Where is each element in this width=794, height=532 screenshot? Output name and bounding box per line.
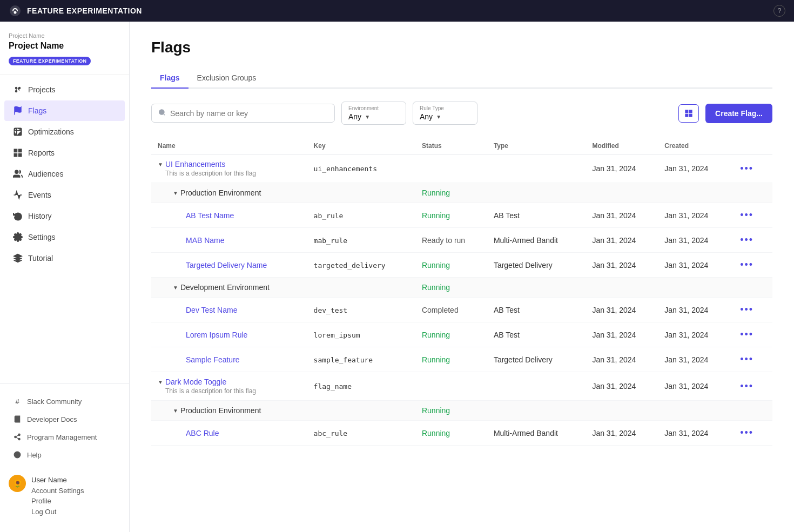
sidebar-item-events[interactable]: Events <box>4 185 125 205</box>
col-type: Type <box>487 138 586 154</box>
sidebar-item-audiences-label: Audiences <box>28 170 63 178</box>
sidebar-item-tutorial[interactable]: Tutorial <box>4 248 125 268</box>
rule-name-link[interactable]: Lorem Ipsum Rule <box>186 331 247 339</box>
svg-rect-25 <box>685 114 688 117</box>
rule-status: Completed <box>422 306 459 314</box>
svg-line-17 <box>16 437 18 439</box>
rule-name-link[interactable]: AB Test Name <box>186 211 234 220</box>
flag-name-link[interactable]: Dark Mode Toggle <box>165 378 226 386</box>
rule-name-link[interactable]: Dev Test Name <box>186 306 237 314</box>
flag-menu-button[interactable]: ••• <box>737 162 757 176</box>
rule-key: lorem_ipsum <box>314 331 360 339</box>
rule-type: Targeted Delivery <box>487 253 586 278</box>
toolbar: Environment Any ▼ Rule Type Any ▼ <box>151 102 772 125</box>
rule-type: AB Test <box>487 298 586 322</box>
tab-exclusion-groups[interactable]: Exclusion Groups <box>189 69 265 89</box>
col-status: Status <box>415 138 487 154</box>
rule-type-chevron-icon: ▼ <box>436 114 441 120</box>
rule-menu-button[interactable]: ••• <box>737 303 757 316</box>
rule-key: dev_test <box>314 306 348 314</box>
sidebar-item-history-label: History <box>28 212 52 220</box>
sidebar-divider <box>0 383 129 383</box>
rule-menu-button[interactable]: ••• <box>737 233 757 247</box>
create-flag-button[interactable]: Create Flag... <box>705 104 772 123</box>
sidebar-user: 🌻 User Name Account Settings Profile Log… <box>0 468 129 523</box>
rule-name-link[interactable]: Sample Feature <box>186 355 240 364</box>
flag-key: flag_name <box>314 382 352 390</box>
flag-name-link[interactable]: UI Enhancements <box>165 160 225 169</box>
help-icon[interactable]: ? <box>773 5 785 17</box>
sidebar-help[interactable]: Help <box>4 446 125 463</box>
events-icon <box>13 190 23 200</box>
col-actions <box>730 138 772 154</box>
sidebar-item-optimizations[interactable]: Optimizations <box>4 122 125 142</box>
search-icon <box>158 109 166 118</box>
sidebar-item-history[interactable]: History <box>4 206 125 226</box>
rule-row: Dev Test Name dev_test Completed AB Test… <box>151 298 772 322</box>
user-name: User Name <box>31 475 84 486</box>
rule-row: AB Test Name ab_rule Running AB Test Jan… <box>151 203 772 228</box>
flag-menu-button[interactable]: ••• <box>737 380 757 393</box>
sidebar-item-audiences[interactable]: Audiences <box>4 164 125 184</box>
projects-icon <box>13 85 23 95</box>
rule-status: Running <box>422 355 450 364</box>
environment-dropdown[interactable]: Environment Any ▼ <box>341 102 406 125</box>
rule-created: Jan 31, 2024 <box>658 203 730 228</box>
grid-view-button[interactable] <box>678 104 699 123</box>
svg-rect-11 <box>19 154 22 157</box>
project-label: Project Name <box>9 32 120 39</box>
rule-type-dropdown[interactable]: Rule Type Any ▼ <box>413 102 477 125</box>
environment-chevron-icon: ▼ <box>365 114 370 120</box>
flag-description: This is a description for this flag <box>165 387 256 395</box>
flag-expand-icon[interactable]: ▼ <box>158 161 163 167</box>
sidebar-item-reports[interactable]: Reports <box>4 143 125 163</box>
rule-modified: Jan 31, 2024 <box>586 347 658 372</box>
rule-menu-button[interactable]: ••• <box>737 258 757 272</box>
env-status: Running <box>422 406 450 415</box>
flag-expand-icon[interactable]: ▼ <box>158 379 163 385</box>
col-name: Name <box>151 138 307 154</box>
sidebar-item-projects[interactable]: Projects <box>4 79 125 100</box>
rule-menu-button[interactable]: ••• <box>737 328 757 341</box>
sidebar-item-flags[interactable]: Flags <box>4 100 125 121</box>
rule-menu-button[interactable]: ••• <box>737 426 757 440</box>
env-row: ▼ Production Environment Running <box>151 401 772 421</box>
env-expand-icon[interactable]: ▼ <box>173 285 178 291</box>
rule-name-link[interactable]: Targeted Delivery Name <box>186 261 267 270</box>
svg-point-21 <box>159 110 164 115</box>
flags-table: Name Key Status Type Modified Created ▼ … <box>151 138 772 446</box>
svg-rect-9 <box>19 149 22 152</box>
sidebar-docs[interactable]: Developer Docs <box>4 410 125 428</box>
search-box[interactable] <box>151 104 335 123</box>
env-row: ▼ Development Environment Running <box>151 278 772 298</box>
env-expand-icon[interactable]: ▼ <box>173 190 178 196</box>
svg-rect-26 <box>689 114 692 117</box>
env-name: Production Environment <box>180 406 261 415</box>
rule-modified: Jan 31, 2024 <box>586 421 658 446</box>
rule-menu-button[interactable]: ••• <box>737 353 757 366</box>
sidebar-slack-label: Slack Community <box>27 398 82 406</box>
sidebar-item-settings[interactable]: Settings <box>4 227 125 247</box>
tutorial-icon <box>13 253 23 263</box>
rule-name-link[interactable]: MAB Name <box>186 236 225 245</box>
sidebar-slack[interactable]: # Slack Community <box>4 393 125 410</box>
env-row: ▼ Production Environment Running <box>151 183 772 203</box>
sidebar-item-events-label: Events <box>28 191 51 199</box>
flag-modified: Jan 31, 2024 <box>586 372 658 401</box>
sidebar-item-flags-label: Flags <box>28 106 46 115</box>
tab-flags[interactable]: Flags <box>151 69 189 89</box>
rule-row: Targeted Delivery Name targeted_delivery… <box>151 253 772 278</box>
sidebar-program[interactable]: Program Management <box>4 428 125 446</box>
search-input[interactable] <box>170 109 328 118</box>
rule-name-link[interactable]: ABC Rule <box>186 429 219 437</box>
account-settings-link[interactable]: Account Settings <box>31 486 84 496</box>
rule-status: Running <box>422 261 450 270</box>
rule-menu-button[interactable]: ••• <box>737 208 757 222</box>
env-expand-icon[interactable]: ▼ <box>173 408 178 414</box>
col-key: Key <box>307 138 415 154</box>
profile-link[interactable]: Profile <box>31 496 84 507</box>
user-info: User Name Account Settings Profile Log O… <box>31 475 84 517</box>
rule-created: Jan 31, 2024 <box>658 228 730 253</box>
logout-link[interactable]: Log Out <box>31 507 84 517</box>
app-logo-icon <box>9 4 22 17</box>
